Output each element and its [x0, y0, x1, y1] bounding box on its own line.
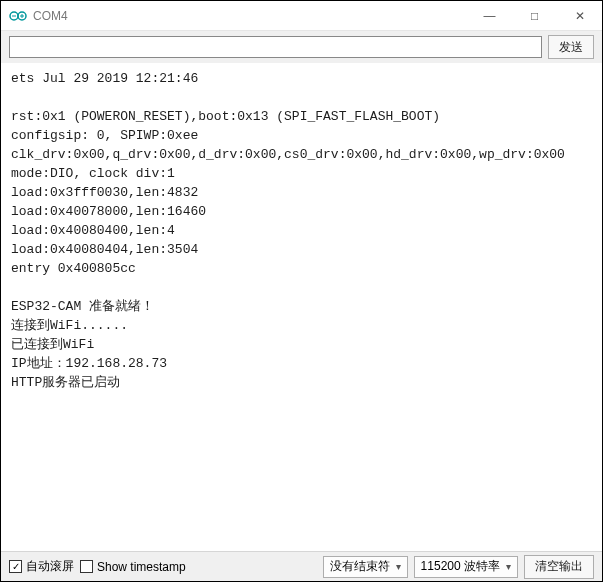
- baud-rate-value: 115200 波特率: [421, 558, 500, 575]
- baud-rate-select[interactable]: 115200 波特率 ▾: [414, 556, 518, 578]
- send-button[interactable]: 发送: [548, 35, 594, 59]
- title-bar: COM4 — □ ✕: [1, 1, 602, 31]
- window-title: COM4: [33, 9, 68, 23]
- line-ending-select[interactable]: 没有结束符 ▾: [323, 556, 408, 578]
- status-bar: ✓ 自动滚屏 Show timestamp 没有结束符 ▾ 115200 波特率…: [1, 551, 602, 581]
- send-toolbar: 发送: [1, 31, 602, 63]
- chevron-down-icon: ▾: [506, 561, 511, 572]
- timestamp-label: Show timestamp: [97, 560, 186, 574]
- maximize-icon: □: [531, 9, 538, 23]
- arduino-icon: [9, 10, 27, 22]
- clear-output-button[interactable]: 清空输出: [524, 555, 594, 579]
- chevron-down-icon: ▾: [396, 561, 401, 572]
- autoscroll-label: 自动滚屏: [26, 558, 74, 575]
- line-ending-value: 没有结束符: [330, 558, 390, 575]
- minimize-icon: —: [484, 9, 496, 23]
- maximize-button[interactable]: □: [512, 1, 557, 30]
- serial-output[interactable]: ets Jul 29 2019 12:21:46 rst:0x1 (POWERO…: [1, 63, 602, 551]
- close-icon: ✕: [575, 9, 585, 23]
- autoscroll-checkbox[interactable]: ✓ 自动滚屏: [9, 558, 74, 575]
- minimize-button[interactable]: —: [467, 1, 512, 30]
- serial-monitor-window: COM4 — □ ✕ 发送 ets Jul 29 2019 12:21:46 r…: [0, 0, 603, 582]
- timestamp-checkbox[interactable]: Show timestamp: [80, 560, 186, 574]
- serial-send-input[interactable]: [9, 36, 542, 58]
- check-icon: ✓: [9, 560, 22, 573]
- checkbox-empty-icon: [80, 560, 93, 573]
- close-button[interactable]: ✕: [557, 1, 602, 30]
- window-controls: — □ ✕: [467, 1, 602, 30]
